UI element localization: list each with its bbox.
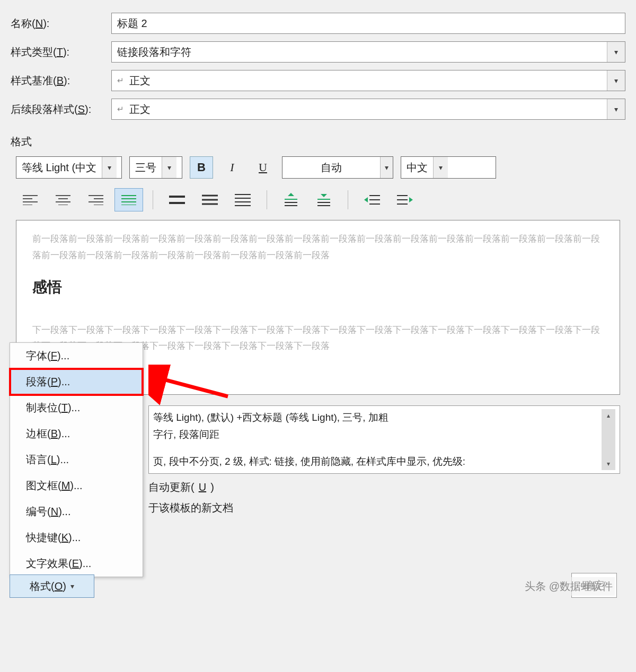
- description-box: 等线 Light), (默认) +西文标题 (等线 Light), 三号, 加粗…: [148, 405, 620, 474]
- preview-prev-paragraph: 前一段落前一段落前一段落前一段落前一段落前一段落前一段落前一段落前一段落前一段落…: [32, 231, 604, 263]
- svg-marker-33: [364, 197, 368, 202]
- underline-button[interactable]: U: [251, 156, 275, 179]
- space-before-decrease-icon[interactable]: [310, 188, 338, 211]
- svg-marker-29: [321, 194, 327, 197]
- font-combo[interactable]: 等线 Light (中文 ▾: [16, 156, 122, 179]
- styletype-combo[interactable]: 链接段落和字符 ▾: [111, 41, 625, 63]
- basedon-combo[interactable]: ↵正文 ▾: [111, 70, 625, 91]
- following-combo[interactable]: ↵正文 ▾: [111, 99, 625, 120]
- menu-shortcut[interactable]: 快捷键(K)...: [10, 525, 143, 551]
- auto-update-checkbox[interactable]: 自动更新(U): [148, 480, 625, 494]
- align-center-icon[interactable]: [49, 188, 77, 211]
- chevron-down-icon[interactable]: ▾: [433, 157, 448, 178]
- indent-decrease-icon[interactable]: [358, 188, 386, 211]
- menu-numbering[interactable]: 编号(N)...: [10, 499, 143, 525]
- format-section-title: 格式: [11, 135, 625, 149]
- separator: [267, 190, 267, 209]
- bold-button[interactable]: B: [190, 156, 213, 179]
- size-combo[interactable]: 三号 ▾: [129, 156, 182, 179]
- chevron-down-icon[interactable]: ▾: [607, 99, 625, 119]
- menu-texteffect[interactable]: 文字效果(E)...: [10, 551, 143, 577]
- align-justify-icon[interactable]: [114, 188, 143, 211]
- menu-border[interactable]: 边框(B)...: [10, 421, 143, 447]
- lang-combo[interactable]: 中文 ▾: [401, 156, 496, 179]
- chevron-down-icon[interactable]: ▾: [607, 42, 625, 62]
- align-right-icon[interactable]: [82, 188, 110, 211]
- chevron-down-icon[interactable]: ▾: [607, 70, 625, 91]
- svg-marker-37: [409, 197, 413, 202]
- scrollbar[interactable]: ▴ ▾: [602, 409, 615, 470]
- svg-marker-25: [288, 193, 294, 196]
- menu-paragraph[interactable]: 段落(P)...: [10, 369, 143, 395]
- space-before-increase-icon[interactable]: [277, 188, 305, 211]
- menu-tabs[interactable]: 制表位(T)...: [10, 395, 143, 421]
- menu-font[interactable]: 字体(F)...: [10, 343, 143, 369]
- italic-button[interactable]: I: [220, 156, 244, 179]
- chevron-down-icon[interactable]: ▾: [380, 157, 393, 178]
- name-label: 名称(N):: [11, 16, 106, 31]
- menu-frame[interactable]: 图文框(M)...: [10, 473, 143, 499]
- watermark: 头条 @数据蛙软件: [523, 577, 615, 596]
- dropdown-icon: ▾: [70, 582, 74, 590]
- preview-title: 感悟: [32, 274, 604, 300]
- name-input[interactable]: 标题 2: [111, 13, 625, 34]
- color-combo[interactable]: 自动 ▾: [282, 156, 393, 179]
- template-doc-option[interactable]: 于该模板的新文档: [148, 501, 625, 515]
- scroll-down-icon[interactable]: ▾: [607, 458, 610, 469]
- scroll-up-icon[interactable]: ▴: [607, 410, 610, 421]
- separator: [153, 190, 153, 209]
- linespacing-15-icon[interactable]: [196, 188, 224, 211]
- menu-language[interactable]: 语言(L)...: [10, 447, 143, 473]
- linespacing-2-icon[interactable]: [228, 188, 257, 211]
- format-menu: 字体(F)... 段落(P)... 制表位(T)... 边框(B)... 语言(…: [10, 342, 143, 577]
- following-label: 后续段落样式(S):: [11, 102, 106, 117]
- styletype-label: 样式类型(T):: [11, 45, 106, 59]
- basedon-label: 样式基准(B):: [11, 74, 106, 88]
- chevron-down-icon[interactable]: ▾: [102, 157, 117, 178]
- chevron-down-icon[interactable]: ▾: [162, 157, 176, 178]
- indent-increase-icon[interactable]: [391, 188, 419, 211]
- linespacing-1-icon[interactable]: [163, 188, 191, 211]
- align-left-icon[interactable]: [16, 188, 45, 211]
- separator: [348, 190, 348, 209]
- format-button[interactable]: 格式(O) ▾: [10, 574, 94, 598]
